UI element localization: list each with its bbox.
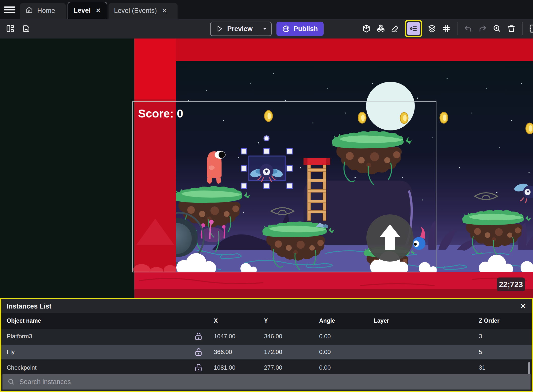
search-icon xyxy=(7,378,15,386)
coords-badge: 22;723 xyxy=(497,277,525,291)
instance-z-order: 3 xyxy=(476,333,532,340)
lock-open-icon[interactable] xyxy=(186,348,211,356)
col-x: X xyxy=(211,317,261,324)
layers-icon[interactable] xyxy=(427,24,437,33)
coords-badge-text: 22;723 xyxy=(499,280,523,289)
instance-y: 346.00 xyxy=(261,333,316,340)
red-zone-top-band[interactable] xyxy=(176,39,533,61)
tab-level[interactable]: Level ✕ xyxy=(68,2,107,19)
lock-open-icon[interactable] xyxy=(186,332,211,341)
instances-table-header: Object name X Y Angle Layer Z Order xyxy=(1,313,532,328)
col-y: Y xyxy=(261,317,316,324)
instance-y: 277.00 xyxy=(261,364,316,371)
instance-angle: 0.00 xyxy=(316,364,371,371)
instances-list-highlight xyxy=(405,20,422,37)
lock-open-icon[interactable] xyxy=(186,363,211,372)
tab-home-label: Home xyxy=(37,7,55,15)
redo-icon[interactable] xyxy=(478,24,487,33)
instance-x: 1047.00 xyxy=(211,333,261,340)
close-icon[interactable]: ✕ xyxy=(161,7,168,15)
preview-split-button: Preview xyxy=(210,22,272,36)
publish-button[interactable]: Publish xyxy=(276,22,324,36)
tab-level-events[interactable]: Level (Events) ✕ xyxy=(109,3,178,19)
preview-button[interactable]: Preview xyxy=(211,22,258,36)
editor-window: Home Level ✕ Level (Events) ✕ Preview xyxy=(0,0,533,392)
canvas-outside-area xyxy=(0,39,134,298)
instances-list-panel: Instances List ✕ Object name X Y Angle L… xyxy=(0,298,533,392)
instance-name: Checkpoint xyxy=(1,364,186,371)
red-zone-bottom-band[interactable] xyxy=(134,272,533,289)
instance-x: 1081.00 xyxy=(211,364,261,371)
instance-z-order: 5 xyxy=(476,349,532,355)
delete-trash-icon[interactable] xyxy=(507,24,516,33)
preview-options-button[interactable] xyxy=(258,22,271,36)
tab-bar: Home Level ✕ Level (Events) ✕ xyxy=(0,0,533,19)
instances-list-icon[interactable] xyxy=(407,22,420,35)
tab-level-label: Level xyxy=(74,7,91,14)
table-row-selected[interactable]: Fly 366.00 172.00 0.00 5 xyxy=(1,344,532,359)
objects-stack-icon[interactable] xyxy=(376,24,385,33)
table-row[interactable]: Checkpoint 1081.00 277.00 0.00 31 xyxy=(1,359,532,375)
tab-home[interactable]: Home xyxy=(20,3,66,19)
toolbar-separator xyxy=(457,22,457,35)
col-angle: Angle xyxy=(316,317,371,324)
instance-angle: 0.00 xyxy=(316,349,371,355)
edit-pencil-icon[interactable] xyxy=(390,24,400,33)
col-object-name: Object name xyxy=(1,317,186,324)
instance-y: 172.00 xyxy=(261,349,316,355)
instances-list-title: Instances List xyxy=(7,303,51,310)
tab-level-events-label: Level (Events) xyxy=(114,7,157,15)
scene-canvas-svg: Score: 0 22;723 xyxy=(0,39,533,298)
zoom-in-icon[interactable] xyxy=(492,24,502,33)
close-icon[interactable]: ✕ xyxy=(520,303,526,310)
grid-icon[interactable] xyxy=(442,24,451,33)
home-icon xyxy=(25,6,33,16)
table-row[interactable]: Platform3 1047.00 346.00 0.00 3 xyxy=(1,328,532,344)
instance-angle: 0.00 xyxy=(316,333,371,340)
moon[interactable] xyxy=(366,82,415,130)
search-bar xyxy=(2,374,531,390)
scene-editor-canvas[interactable]: Score: 0 22;723 xyxy=(0,39,533,298)
object-3d-icon[interactable] xyxy=(362,24,371,33)
col-layer: Layer xyxy=(371,317,476,324)
search-input[interactable] xyxy=(19,378,218,386)
instance-z-order: 31 xyxy=(476,364,532,371)
checkpoint-marker[interactable] xyxy=(264,136,269,141)
save-icon[interactable] xyxy=(21,24,31,33)
menu-icon[interactable] xyxy=(4,5,15,14)
play-icon xyxy=(216,25,223,33)
toolbar: Preview Publish xyxy=(0,19,533,39)
panel-layout-icon[interactable] xyxy=(5,24,15,33)
edit-scene-properties-icon[interactable] xyxy=(529,24,533,33)
score-text[interactable]: Score: 0 xyxy=(138,107,183,120)
col-z-order: Z Order xyxy=(476,317,532,324)
jump-button[interactable] xyxy=(366,214,414,262)
chevron-down-icon xyxy=(262,26,267,32)
toolbar-separator xyxy=(522,22,523,35)
instance-name: Platform3 xyxy=(1,333,186,340)
red-zone-bottom-strip xyxy=(134,289,533,298)
instance-x: 366.00 xyxy=(211,349,261,355)
globe-icon xyxy=(282,25,290,33)
instance-name: Fly xyxy=(1,349,186,355)
close-icon[interactable]: ✕ xyxy=(95,6,102,15)
undo-icon[interactable] xyxy=(463,24,473,33)
red-zone-column-top[interactable] xyxy=(134,39,176,99)
